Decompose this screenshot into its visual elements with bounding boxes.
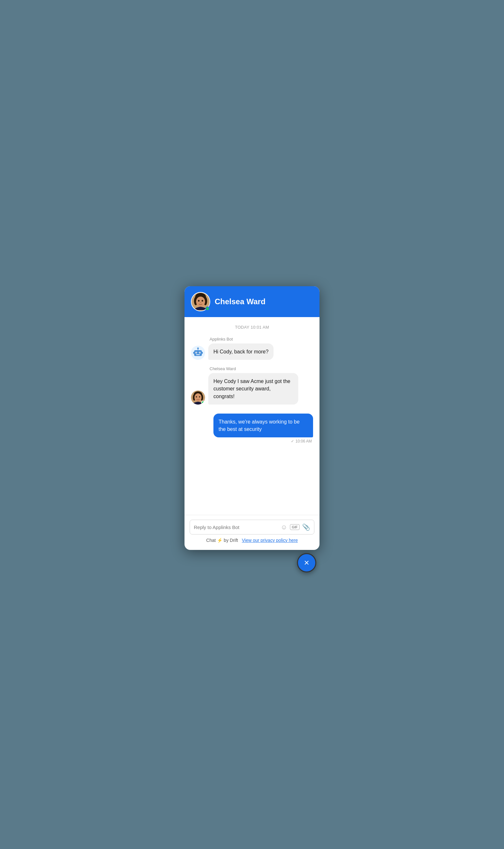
svg-rect-18 [202,352,203,354]
chat-window: Chelsea Ward TODAY 10:01 AM Applinks Bot [184,286,320,550]
emoji-icon[interactable]: ☺ [281,524,287,531]
timestamp: TODAY 10:01 AM [191,325,313,330]
bot-bubble: Hi Cody, back for more? [208,343,273,360]
svg-point-23 [195,393,201,402]
bot-sender-label: Applinks Bot [210,337,313,341]
lightning-icon: ⚡ [217,538,222,543]
user-message-wrap: Thanks, we're always working to be the b… [191,413,313,443]
svg-rect-12 [196,352,197,353]
privacy-policy-link[interactable]: View our privacy policy here [242,538,298,543]
message-meta: ✓ 10:06 AM [291,439,312,443]
agent-bubble: Hey Cody I saw Acme just got the custome… [208,373,298,405]
svg-rect-17 [193,352,194,354]
svg-point-5 [198,300,200,302]
agent-sender-label: Chelsea Ward [210,366,313,371]
drift-branding: Chat ⚡ by Drift [206,538,238,543]
chat-label: Chat [206,538,216,543]
footer-bar: Chat ⚡ by Drift View our privacy policy … [190,534,314,547]
gif-button[interactable]: GIF [290,524,300,530]
agent-message-row: Hey Cody I saw Acme just got the custome… [191,373,313,405]
svg-point-25 [199,396,200,397]
reply-input[interactable] [194,525,278,530]
svg-rect-14 [196,354,200,355]
svg-point-16 [197,348,199,349]
svg-point-24 [196,396,197,397]
message-time: 10:06 AM [295,439,312,443]
bot-message-row: Hi Cody, back for more? [191,343,313,360]
svg-point-6 [201,300,203,302]
messages-area: TODAY 10:01 AM Applinks Bot [184,317,320,515]
attachment-icon[interactable]: 📎 [302,523,310,531]
agent-message-group: Chelsea Ward [191,366,313,405]
agent-avatar [191,390,205,405]
svg-rect-13 [200,352,200,353]
svg-rect-9 [194,350,202,356]
input-row[interactable]: ☺ GIF 📎 [190,520,314,534]
input-area: ☺ GIF 📎 Chat ⚡ by Drift View our privacy… [184,515,320,550]
header-avatar-wrap [191,292,210,311]
svg-point-4 [196,297,205,307]
by-drift-label: by Drift [224,538,238,543]
svg-point-7 [200,302,201,303]
online-indicator [205,306,210,311]
check-icon: ✓ [291,439,294,443]
contact-name: Chelsea Ward [215,297,266,306]
bot-avatar [191,346,205,360]
bot-message-group: Applinks Bot [191,337,313,360]
phone-wrapper: Chelsea Ward TODAY 10:01 AM Applinks Bot [184,286,320,563]
close-button[interactable]: × [297,553,316,572]
chat-header: Chelsea Ward [184,286,320,317]
user-bubble: Thanks, we're always working to be the b… [213,413,313,437]
close-icon: × [304,558,309,567]
agent-online-dot [201,401,205,404]
